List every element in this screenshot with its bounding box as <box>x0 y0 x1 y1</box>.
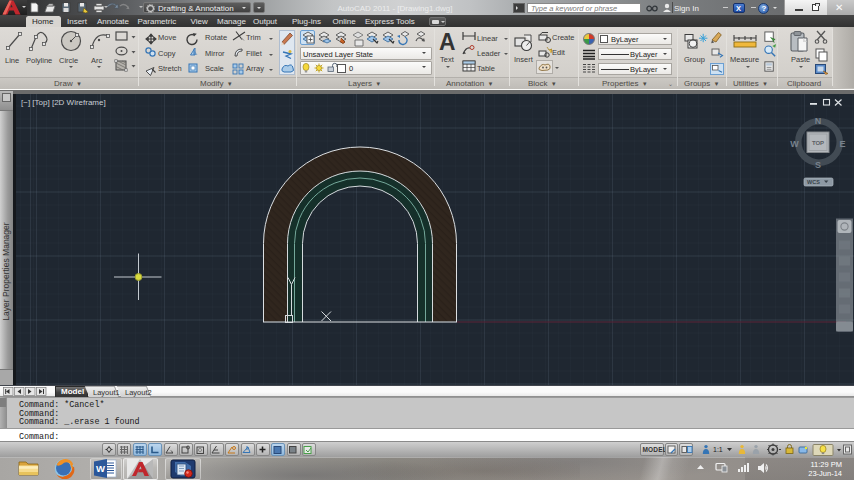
svg-text:1:1: 1:1 <box>713 446 723 453</box>
svg-text:WCS: WCS <box>807 179 820 185</box>
svg-text:N: N <box>815 115 822 125</box>
svg-text:S: S <box>815 160 821 170</box>
svg-text:W: W <box>790 138 799 148</box>
svg-text:TOP: TOP <box>812 140 824 146</box>
svg-text:[−] [Top] [2D Wireframe]: [−] [Top] [2D Wireframe] <box>21 97 106 106</box>
svg-text:W: W <box>96 463 105 474</box>
svg-text:E: E <box>839 138 845 148</box>
